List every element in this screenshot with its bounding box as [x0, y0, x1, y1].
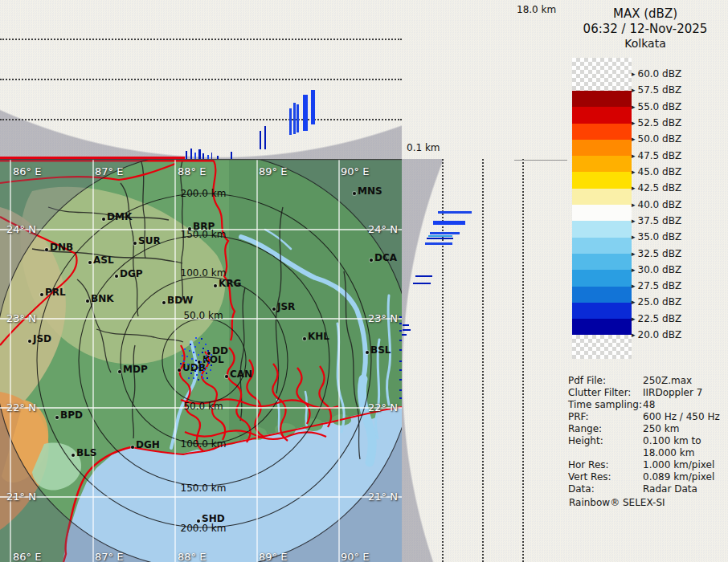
lon-label-top-2: 88° E [178, 165, 206, 177]
map-echo-dot [196, 374, 198, 376]
legend-labels: ▸60.0 dBZ▸57.5 dBZ▸55.0 dBZ▸52.5 dBZ▸50.… [632, 58, 728, 347]
side-profile-min-height-label: 0.1 km [407, 142, 440, 153]
map-echo-dot [210, 369, 211, 371]
legend-label-3: ▸52.5 dBZ [632, 117, 681, 128]
legend-label-14: ▸25.0 dBZ [632, 296, 681, 307]
legend-band-10 [572, 238, 632, 254]
legend-arrow-icon: ▸ [632, 250, 636, 258]
legend-arrow-icon: ▸ [632, 70, 636, 78]
side-height-profile-panel [402, 159, 567, 562]
legend-band-4 [572, 140, 632, 156]
legend-arrow-icon: ▸ [632, 86, 636, 94]
legend-label-4: ▸50.0 dBZ [632, 133, 681, 145]
legend-label-10: ▸35.0 dBZ [632, 231, 681, 242]
station-code-label: BRP [193, 221, 215, 232]
legend-arrow-icon: ▸ [632, 298, 636, 306]
top-profile-gridline [0, 79, 402, 80]
station-code-label: KHL [308, 331, 329, 342]
legend-band-1 [572, 91, 632, 107]
lat-label-left-0: 24° N [6, 223, 36, 235]
product-title: MAX (dBZ) [562, 6, 728, 21]
info-row-value: 0.100 km to 18.000 km [643, 435, 726, 459]
side-echo-bar-10 [402, 334, 407, 336]
map-edge-echo-dash [399, 397, 402, 399]
map-edge-echo-dash [399, 316, 402, 318]
station-dot [40, 293, 43, 296]
software-brand-label: Rainbow® SELEX-SI [569, 497, 665, 508]
legend-arrow-icon: ▸ [632, 135, 636, 143]
map-edge-echo-dash [399, 360, 402, 362]
map-echo-dot [205, 344, 207, 345]
legend-label-12: ▸30.0 dBZ [632, 264, 681, 275]
legend-label-text: 52.5 dBZ [638, 117, 682, 128]
panel-divider-line [514, 160, 567, 161]
range-ring-label-7: 200.0 km [178, 523, 229, 534]
station-code-label: BNK [91, 293, 114, 304]
lat-label-right-3: 21° N [368, 491, 398, 503]
range-ring-label-2: 100.0 km [178, 267, 229, 279]
legend-label-15: ▸22.5 dBZ [632, 313, 681, 324]
lat-label-right-1: 23° N [368, 312, 398, 324]
radar-map: 86° E86° E87° E87° E88° E88° E89° E89° E… [0, 159, 402, 562]
map-echo-dot [195, 337, 197, 339]
station-code-label: DGH [136, 439, 160, 450]
map-echo-dot [190, 373, 192, 374]
side-profile-gridline [442, 159, 444, 562]
top-echo-bar-10 [198, 149, 201, 159]
station-code-label: SHD [202, 513, 225, 524]
map-echo-dot [207, 350, 209, 352]
legend-band-12 [572, 270, 632, 286]
station-code-label: JSR [277, 301, 295, 312]
station-dot [72, 454, 75, 457]
info-row-label: Height: [568, 435, 643, 459]
product-info-block: Pdf File:250Z.maxClutter Filter:IIRDoppl… [568, 375, 726, 495]
info-row-value: 250Z.max [643, 375, 726, 387]
legend-label-5: ▸47.5 dBZ [632, 150, 681, 161]
legend-label-text: 37.5 dBZ [638, 215, 682, 226]
map-echo-dot [211, 354, 212, 356]
legend-label-1: ▸57.5 dBZ [632, 84, 681, 96]
map-echo-dot [208, 362, 210, 364]
info-row-1: Clutter Filter:IIRDoppler 7 [568, 387, 726, 399]
station-dot [28, 340, 31, 343]
map-echo-dot [202, 348, 204, 349]
legend-arrow-icon: ▸ [632, 331, 636, 339]
legend-label-9: ▸37.5 dBZ [632, 215, 681, 226]
info-row-3: PRF:600 Hz / 450 Hz [568, 411, 726, 423]
info-row-5: Height:0.100 km to 18.000 km [568, 435, 726, 459]
station-code-label: CAN [230, 369, 252, 380]
legend-label-13: ▸27.5 dBZ [632, 280, 681, 291]
map-echo-dot [206, 367, 207, 369]
station-dot [45, 248, 48, 251]
top-echo-bar-1 [264, 126, 266, 149]
station-dot [162, 301, 166, 304]
legend-label-0: ▸60.0 dBZ [632, 68, 681, 79]
side-echo-bar-8 [403, 324, 409, 326]
map-echo-dot [199, 371, 201, 373]
station-dot [303, 337, 306, 340]
map-edge-echo-dash [399, 379, 402, 381]
info-row-value: 250 km [643, 423, 726, 435]
top-profile-max-height-label: 18.0 km [517, 4, 556, 15]
legend-arrow-icon: ▸ [632, 233, 636, 241]
station-code-label: BPD [60, 409, 83, 421]
top-echo-bar-7 [186, 151, 187, 159]
legend-label-text: 25.0 dBZ [638, 296, 682, 307]
info-row-label: Range: [568, 423, 643, 435]
top-echo-bar-13 [211, 153, 212, 159]
top-echo-bar-3 [293, 103, 296, 134]
map-echo-dot [195, 360, 197, 361]
info-row-label: Time sampling: [568, 399, 643, 411]
legend-band-3 [572, 124, 632, 140]
map-echo-dot [206, 355, 207, 356]
legend-arrow-icon: ▸ [632, 119, 636, 127]
map-echo-dot [180, 363, 182, 364]
legend-label-text: 27.5 dBZ [638, 280, 682, 291]
map-edge-echo-dash [399, 349, 402, 351]
station-dot [188, 227, 191, 230]
legend-arrow-icon: ▸ [632, 201, 636, 209]
side-echo-bar-2 [430, 232, 460, 234]
legend-label-text: 35.0 dBZ [638, 231, 682, 242]
info-row-value: 0.089 km/pixel [643, 471, 726, 483]
map-echo-dot [203, 369, 205, 371]
